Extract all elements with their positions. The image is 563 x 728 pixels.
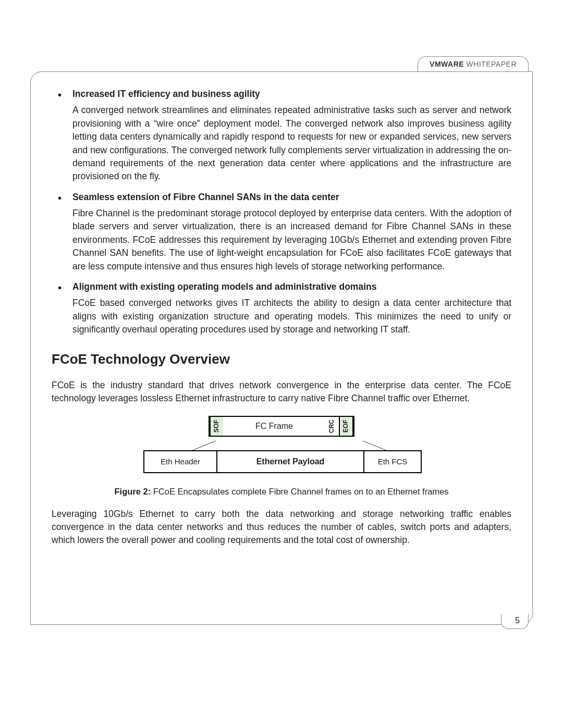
bullet-body: A converged network streamlines and elim…: [72, 104, 511, 183]
header-tab: VMWARE WHITEPAPER: [418, 56, 529, 71]
bullet-body: FCoE based converged networks gives IT a…: [72, 297, 511, 336]
page-number: 5: [501, 614, 529, 629]
ethernet-frame-row: Eth Header Ethernet Payload Eth FCS: [143, 450, 422, 473]
fc-frame-row: SOF FC Frame CRC EOF: [143, 416, 420, 437]
fc-sof-cell: SOF: [210, 417, 223, 436]
header-label: WHITEPAPER: [466, 60, 517, 68]
eth-payload-cell: Ethernet Payload: [217, 451, 364, 472]
fc-crc-cell: CRC: [325, 417, 340, 436]
intro-paragraph: FCoE is the industry standard that drive…: [52, 379, 511, 405]
page-content: Increased IT efficiency and business agi…: [52, 88, 511, 547]
header-brand: VMWARE: [430, 60, 464, 68]
fc-frame-cell: FC Frame: [223, 417, 325, 436]
bullet-list: Increased IT efficiency and business agi…: [52, 88, 511, 336]
figure-number: Figure 2:: [114, 487, 151, 496]
bullet-heading: Alignment with existing operating models…: [72, 280, 511, 293]
eth-header-cell: Eth Header: [144, 451, 217, 472]
list-item: Alignment with existing operating models…: [52, 280, 511, 337]
list-item: Seamless extension of Fibre Channel SANs…: [52, 191, 511, 273]
eth-fcs-cell: Eth FCS: [364, 451, 421, 472]
figure-caption: Figure 2: FCoE Encapsulates complete Fib…: [52, 486, 511, 498]
figure-caption-text: FCoE Encapsulates complete Fibre Channel…: [151, 487, 448, 496]
bullet-body: Fibre Channel is the predominant storage…: [72, 207, 511, 273]
page-frame: Increased IT efficiency and business agi…: [30, 71, 533, 625]
figure-fcoe-encapsulation: SOF FC Frame CRC EOF Eth Header Ethernet…: [143, 416, 420, 473]
figure-connector: [143, 441, 420, 450]
bullet-heading: Increased IT efficiency and business agi…: [72, 88, 511, 101]
section-heading: FCoE Technology Overview: [52, 350, 511, 369]
fc-eof-cell: EOF: [340, 417, 353, 436]
list-item: Increased IT efficiency and business agi…: [52, 88, 511, 183]
closing-paragraph: Leveraging 10Gb/s Ethernet to carry both…: [52, 508, 511, 547]
bullet-heading: Seamless extension of Fibre Channel SANs…: [72, 191, 511, 204]
